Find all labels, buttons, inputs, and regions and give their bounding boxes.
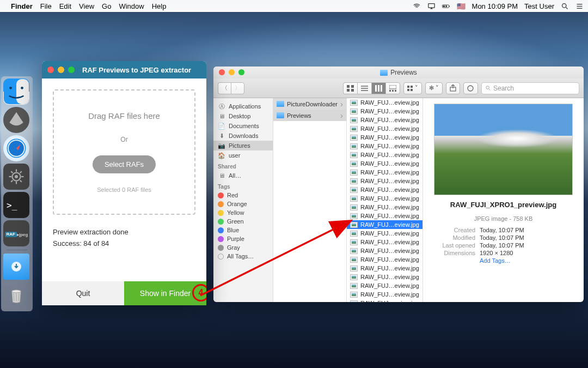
sidebar-tag-purple[interactable]: Purple xyxy=(213,234,273,243)
image-file-icon xyxy=(350,170,358,176)
tags-button[interactable] xyxy=(463,82,478,94)
file-item[interactable]: RAW_FUJ…eview.jpg xyxy=(347,264,422,273)
image-file-icon xyxy=(350,266,358,272)
zoom-icon[interactable] xyxy=(68,67,75,73)
file-item[interactable]: RAW_FUJ…eview.jpg xyxy=(347,246,422,255)
dock-safari[interactable] xyxy=(3,135,29,161)
meta-row: Dimensions1920 × 1280 xyxy=(430,249,577,257)
sidebar-tag-all tags…[interactable]: All Tags… xyxy=(213,252,273,261)
zoom-icon[interactable] xyxy=(238,69,244,75)
svg-rect-43 xyxy=(389,90,391,92)
file-item[interactable]: RAW_FUJ…eview.jpg xyxy=(347,107,422,116)
arrange-button[interactable]: ˅ xyxy=(403,82,422,94)
search-input[interactable]: Search xyxy=(481,82,579,94)
file-item[interactable]: RAW_FUJ…eview.jpg xyxy=(347,116,422,124)
sidebar-tag-gray[interactable]: Gray xyxy=(213,243,273,252)
quit-button[interactable]: Quit xyxy=(42,281,124,305)
sidebar-item-pictures[interactable]: 📷Pictures xyxy=(213,141,273,150)
close-icon[interactable] xyxy=(219,69,225,75)
minimize-icon[interactable] xyxy=(58,67,64,73)
file-item[interactable]: RAW_FUJ…eview.jpg xyxy=(347,185,422,194)
notification-center-icon[interactable] xyxy=(575,2,584,10)
sidebar-tag-blue[interactable]: Blue xyxy=(213,226,273,234)
menu-view[interactable]: View xyxy=(79,2,94,10)
finder-titlebar[interactable]: Previews xyxy=(213,67,584,79)
battery-icon[interactable] xyxy=(442,2,450,10)
add-tags-link[interactable]: Add Tags… xyxy=(480,257,511,264)
column-folder-item[interactable]: PictureDownloader› xyxy=(273,98,346,110)
file-item[interactable]: RAW_FUJ…eview.jpg xyxy=(347,159,422,168)
sidebar-item-downloads[interactable]: ⬇Downloads xyxy=(213,131,273,141)
view-list-button[interactable] xyxy=(357,82,371,94)
svg-point-51 xyxy=(468,86,473,91)
forward-button[interactable]: 〉 xyxy=(231,82,244,94)
menubar-clock[interactable]: Mon 10:09 PM xyxy=(472,2,518,10)
dock-raf-extractor[interactable]: RAF ▸jpeg xyxy=(3,220,29,246)
sidebar-tag-yellow[interactable]: Yellow xyxy=(213,208,273,217)
share-button[interactable] xyxy=(446,82,460,94)
file-item[interactable]: RAW_FUJ…eview.jpg xyxy=(347,133,422,142)
file-item[interactable]: RAW_FUJ…eview.jpg xyxy=(347,299,422,302)
view-icon-button[interactable] xyxy=(343,82,357,94)
file-item[interactable]: RAW_FUJ…eview.jpg xyxy=(347,281,422,290)
file-item[interactable]: RAW_FUJ…eview.jpg xyxy=(347,150,422,159)
flag-icon[interactable]: 🇺🇸 xyxy=(457,2,465,10)
file-item[interactable]: RAW_FUJ…eview.jpg xyxy=(347,229,422,238)
file-item[interactable]: RAW_FUJ…eview.jpg xyxy=(347,142,422,150)
sidebar-item-applications[interactable]: ⒶApplications xyxy=(213,101,273,111)
svg-rect-2 xyxy=(449,5,449,7)
dock-downloads-folder[interactable] xyxy=(3,254,29,280)
dock-finder[interactable] xyxy=(3,79,29,105)
dock-launchpad[interactable] xyxy=(3,107,29,133)
folder-icon xyxy=(277,101,284,107)
file-item[interactable]: RAW_FUJ…eview.jpg xyxy=(347,290,422,299)
file-item[interactable]: RAW_FUJ…eview.jpg xyxy=(347,273,422,281)
meta-row: Last openedToday, 10:07 PM xyxy=(430,242,577,249)
menu-file[interactable]: File xyxy=(40,2,52,10)
dock-terminal[interactable]: >_ xyxy=(3,192,29,218)
menu-window[interactable]: Window xyxy=(119,2,144,10)
file-item[interactable]: RAW_FUJ…eview.jpg xyxy=(347,194,422,203)
sidebar-tag-red[interactable]: Red xyxy=(213,191,273,200)
menu-help[interactable]: Help xyxy=(152,2,167,10)
airplay-icon[interactable] xyxy=(427,2,436,10)
file-item[interactable]: RAW_FUJ…eview.jpg xyxy=(347,168,422,177)
sidebar-item-user[interactable]: 🏠user xyxy=(213,150,273,160)
file-item[interactable]: RAW_FUJ…eview.jpg xyxy=(347,124,422,133)
select-rafs-button[interactable]: Select RAFs xyxy=(93,155,156,173)
sidebar-item-desktop[interactable]: 🖥Desktop xyxy=(213,111,273,121)
file-item[interactable]: RAW_FUJ…eview.jpg xyxy=(347,255,422,264)
action-button[interactable]: ✻ ˅ xyxy=(425,82,443,94)
close-icon[interactable] xyxy=(47,67,54,73)
svg-rect-40 xyxy=(378,85,379,92)
raf-titlebar[interactable]: RAF Previews to JPEG extractor xyxy=(42,61,206,79)
file-item[interactable]: RAW_FUJ…eview.jpg xyxy=(347,177,422,185)
wifi-icon[interactable] xyxy=(413,2,421,10)
dock-settings[interactable] xyxy=(3,164,29,190)
dock-trash[interactable] xyxy=(3,282,29,308)
view-gallery-button[interactable] xyxy=(385,82,400,94)
spotlight-icon[interactable] xyxy=(561,2,569,10)
drop-zone[interactable]: Drag RAF files here Or Select RAFs Selec… xyxy=(53,89,195,215)
file-item[interactable]: RAW_FUJ…eview.jpg xyxy=(347,203,422,212)
image-file-icon xyxy=(350,213,358,219)
desktop-icon: 🖥 xyxy=(218,112,225,120)
file-item[interactable]: RAW_FUJ…eview.jpg xyxy=(347,238,422,246)
file-item[interactable]: RAW_FUJ…eview.jpg xyxy=(347,220,422,229)
menubar-user[interactable]: Test User xyxy=(524,2,554,10)
view-column-button[interactable] xyxy=(371,82,385,94)
sidebar-tag-orange[interactable]: Orange xyxy=(213,200,273,208)
minimize-icon[interactable] xyxy=(229,69,235,75)
sidebar-item-shared[interactable]: 🖥All… xyxy=(213,171,273,180)
menu-go[interactable]: Go xyxy=(102,2,111,10)
show-in-finder-button[interactable]: Show in Finder 4 xyxy=(124,281,206,305)
file-item[interactable]: RAW_FUJ…eview.jpg xyxy=(347,98,422,107)
sidebar-tag-green[interactable]: Green xyxy=(213,217,273,226)
back-button[interactable]: 〈 xyxy=(218,82,231,94)
column-folder-item[interactable]: Previews› xyxy=(273,110,346,121)
file-item[interactable]: RAW_FUJ…eview.jpg xyxy=(347,212,422,220)
image-file-icon xyxy=(350,108,358,114)
sidebar-item-documents[interactable]: 📄Documents xyxy=(213,121,273,131)
menubar-app-name[interactable]: Finder xyxy=(11,2,33,10)
menu-edit[interactable]: Edit xyxy=(59,2,71,10)
